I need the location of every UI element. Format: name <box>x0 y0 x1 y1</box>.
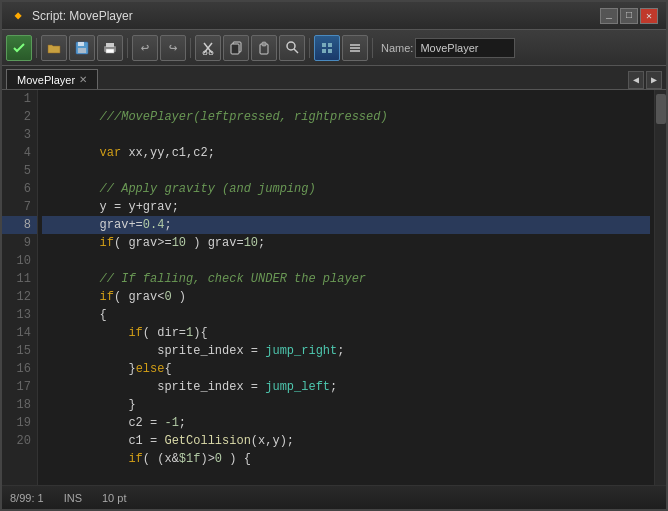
title-bar: ◆ Script: MovePlayer _ □ ✕ <box>2 2 666 30</box>
ln-12: 12 <box>2 288 37 306</box>
ln-4: 4 <box>2 144 37 162</box>
code-token: jump_left <box>265 380 330 394</box>
code-token: ; <box>330 380 337 394</box>
code-token: $1f <box>179 452 201 466</box>
code-token: y <box>128 200 135 214</box>
close-btn[interactable]: ✕ <box>640 8 658 24</box>
code-editor[interactable]: 1 2 3 4 5 6 7 8 9 10 11 12 13 14 15 16 1… <box>2 90 666 485</box>
code-text[interactable]: ///MovePlayer(leftpressed, rightpressed)… <box>38 90 654 485</box>
ln-7: 7 <box>2 198 37 216</box>
maximize-btn[interactable]: □ <box>620 8 638 24</box>
tab-nav: ◀ ▶ <box>628 71 662 89</box>
find-btn[interactable] <box>279 35 305 61</box>
paste-btn[interactable] <box>251 35 277 61</box>
code-line-3: var xx,yy,c1,c2; <box>42 126 650 144</box>
code-token: ; <box>337 344 344 358</box>
code-token: ///MovePlayer(leftpressed, rightpressed) <box>100 110 388 124</box>
code-token: & <box>172 452 179 466</box>
insert-mode: INS <box>64 492 82 504</box>
tab-close-btn[interactable]: ✕ <box>79 74 87 85</box>
code-token: 0 <box>164 290 171 304</box>
code-token <box>100 326 129 340</box>
view2-btn[interactable] <box>342 35 368 61</box>
code-token: if <box>100 236 114 250</box>
code-token <box>100 452 129 466</box>
ln-20: 20 <box>2 432 37 450</box>
code-token: 10 <box>244 236 258 250</box>
toolbar-sep-5 <box>372 38 373 58</box>
open-btn[interactable] <box>41 35 67 61</box>
code-token: = <box>251 380 258 394</box>
code-token: if <box>128 326 142 340</box>
code-line-1: ///MovePlayer(leftpressed, rightpressed) <box>42 90 650 108</box>
code-token: c1 <box>100 434 150 448</box>
code-token: grav <box>100 218 129 232</box>
tab-next-btn[interactable]: ▶ <box>646 71 662 89</box>
code-token: ) <box>172 290 186 304</box>
tab-label: MovePlayer <box>17 74 75 86</box>
window-title: Script: MovePlayer <box>32 9 600 23</box>
svg-rect-5 <box>106 49 114 53</box>
code-token: ) <box>200 452 207 466</box>
code-token: ; <box>258 236 265 250</box>
code-token: grav; <box>143 200 179 214</box>
script-name-input[interactable] <box>415 38 515 58</box>
title-controls: _ □ ✕ <box>600 8 658 24</box>
ln-15: 15 <box>2 342 37 360</box>
code-line-10: // If falling, check UNDER the player <box>42 252 650 270</box>
scrollbar-thumb[interactable] <box>656 94 666 124</box>
ln-19: 19 <box>2 414 37 432</box>
code-token: { <box>100 308 107 322</box>
name-label: Name: <box>381 42 413 54</box>
save-btn[interactable] <box>69 35 95 61</box>
toolbar-sep-2 <box>127 38 128 58</box>
cut-btn[interactable] <box>195 35 221 61</box>
code-line-5: // Apply gravity (and jumping) <box>42 162 650 180</box>
toolbar-sep-1 <box>36 38 37 58</box>
code-token: sprite_index <box>100 380 251 394</box>
redo-btn[interactable]: ↪ <box>160 35 186 61</box>
tab-moveplayer[interactable]: MovePlayer ✕ <box>6 69 98 89</box>
accept-btn[interactable] <box>6 35 32 61</box>
status-bar: 8/99: 1 INS 10 pt <box>2 485 666 509</box>
ln-6: 6 <box>2 180 37 198</box>
ln-10: 10 <box>2 252 37 270</box>
svg-rect-19 <box>328 49 332 53</box>
copy-btn[interactable] <box>223 35 249 61</box>
code-token: jump_right <box>265 344 337 358</box>
ln-11: 11 <box>2 270 37 288</box>
code-token: > <box>208 452 215 466</box>
svg-rect-2 <box>78 48 86 53</box>
code-token: ) grav <box>186 236 236 250</box>
code-token: c2 <box>100 416 150 430</box>
code-token: // If falling, check UNDER the player <box>100 272 366 286</box>
tab-bar: MovePlayer ✕ ◀ ▶ <box>2 66 666 90</box>
scrollbar-vertical[interactable] <box>654 90 666 485</box>
svg-line-15 <box>294 49 298 53</box>
ln-5: 5 <box>2 162 37 180</box>
code-token: } <box>100 362 136 376</box>
toolbar: ↩ ↪ Name: <box>2 30 666 66</box>
svg-rect-11 <box>231 44 239 54</box>
ln-1: 1 <box>2 90 37 108</box>
svg-rect-18 <box>322 49 326 53</box>
tab-prev-btn[interactable]: ◀ <box>628 71 644 89</box>
code-token: ( grav <box>114 290 157 304</box>
code-token: ( grav <box>114 236 157 250</box>
code-token: sprite_index <box>100 344 251 358</box>
print-btn[interactable] <box>97 35 123 61</box>
minimize-btn[interactable]: _ <box>600 8 618 24</box>
ln-18: 18 <box>2 396 37 414</box>
code-token: -1 <box>164 416 178 430</box>
code-token: ) { <box>222 452 251 466</box>
svg-rect-22 <box>350 50 360 52</box>
svg-rect-1 <box>78 42 84 46</box>
undo-btn[interactable]: ↩ <box>132 35 158 61</box>
toolbar-sep-4 <box>309 38 310 58</box>
code-token: = <box>114 200 128 214</box>
code-token: 0 <box>215 452 222 466</box>
code-token: GetCollision <box>164 434 250 448</box>
code-token: (x,y); <box>251 434 294 448</box>
view1-btn[interactable] <box>314 35 340 61</box>
cursor-position: 8/99: 1 <box>10 492 44 504</box>
